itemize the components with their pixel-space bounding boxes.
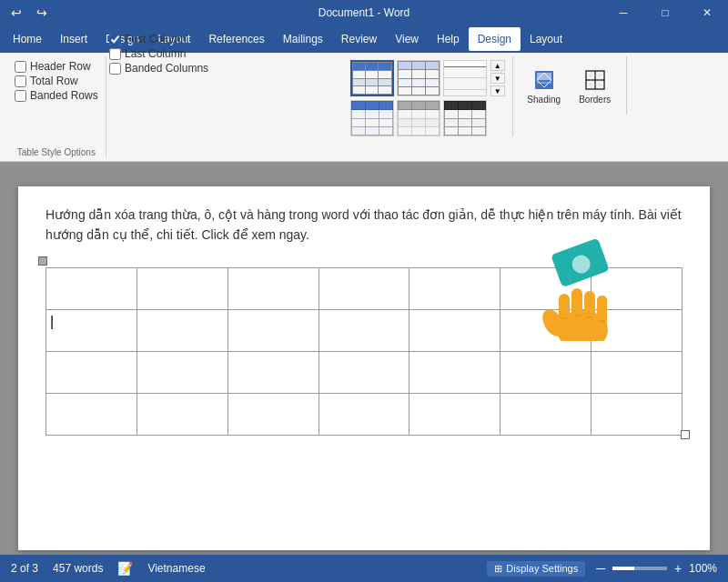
banded-columns-checkbox-row[interactable]: Banded Columns (109, 62, 208, 75)
table-cell-3-7[interactable] (592, 351, 682, 393)
header-row-checkbox[interactable] (15, 61, 26, 73)
redo-button[interactable]: ↪ (33, 4, 51, 22)
table-cell-4-3[interactable] (228, 393, 318, 435)
style-scroll-controls: ▲ ▼ ▼ (490, 56, 505, 96)
total-row-checkbox[interactable] (15, 75, 26, 87)
first-column-checkbox[interactable] (109, 34, 121, 45)
table-cell-1-5[interactable] (410, 267, 500, 309)
table-cell-1-7[interactable] (592, 267, 682, 309)
minimize-button[interactable]: ─ (602, 0, 644, 25)
zoom-level: 100% (689, 562, 717, 575)
table-cell-2-7[interactable] (592, 309, 682, 351)
ribbon-group-shading-borders: Shading Borders (513, 56, 627, 115)
table-style-options-content: Header Row Total Row Banded Rows (15, 56, 98, 102)
borders-button[interactable]: Borders (571, 60, 619, 111)
table-style-thumb-1[interactable] (350, 60, 394, 96)
menu-review[interactable]: Review (332, 27, 386, 51)
table-style-options-label: Table Style Options (15, 104, 98, 157)
banded-columns-checkbox[interactable] (109, 63, 121, 75)
table-container: | (46, 260, 682, 436)
shading-button[interactable]: Shading (521, 60, 568, 111)
document-table[interactable]: | (46, 267, 682, 436)
table-style-thumb-3[interactable] (443, 60, 487, 96)
total-row-label: Total Row (30, 75, 78, 87)
track-changes-icon[interactable]: 📝 (117, 561, 133, 576)
table-style-options-content2: First Column Last Column Banded Columns (109, 29, 208, 75)
total-row-checkbox-row[interactable]: Total Row (15, 75, 98, 87)
undo-button[interactable]: ↩ (7, 4, 25, 22)
header-row-checkbox-row[interactable]: Header Row (15, 60, 98, 73)
table-cell-1-1[interactable] (46, 267, 137, 309)
table-cell-1-2[interactable] (136, 267, 228, 309)
menu-layout-table[interactable]: Layout (521, 27, 571, 51)
table-cell-1-4[interactable] (318, 267, 410, 309)
maximize-button[interactable]: □ (644, 0, 686, 25)
word-count: 457 words (53, 562, 103, 575)
zoom-in-button[interactable]: + (671, 561, 685, 576)
table-style-thumb-4[interactable] (350, 100, 394, 136)
last-column-checkbox-row[interactable]: Last Column (109, 47, 208, 60)
menu-design-active[interactable]: Design (469, 27, 521, 51)
table-row-2: | (46, 309, 682, 351)
table-style-thumb-6[interactable] (443, 100, 487, 136)
table-cell-4-1[interactable] (46, 393, 137, 435)
table-move-handle[interactable] (38, 256, 47, 266)
style-thumbs-row1 (350, 60, 487, 96)
document-title: Document1 - Word (318, 6, 410, 19)
zoom-controls: ─ + 100% (592, 561, 717, 576)
first-column-checkbox-row[interactable]: First Column (109, 33, 208, 45)
menu-references[interactable]: References (199, 27, 273, 51)
zoom-slider[interactable] (612, 567, 667, 570)
table-cell-1-6[interactable] (500, 267, 592, 309)
table-cell-4-2[interactable] (136, 393, 228, 435)
banded-rows-checkbox-row[interactable]: Banded Rows (15, 89, 98, 102)
table-resize-handle[interactable] (681, 430, 690, 439)
table-cell-3-6[interactable] (500, 351, 592, 393)
banded-columns-label: Banded Columns (125, 62, 208, 75)
menu-view[interactable]: View (386, 27, 428, 51)
banded-rows-checkbox[interactable] (15, 90, 26, 102)
table-style-thumb-2[interactable] (397, 60, 440, 96)
zoom-out-button[interactable]: ─ (592, 561, 609, 576)
display-settings-button[interactable]: ⊞ Display Settings (487, 561, 585, 577)
page: Hướng dẫn xóa trang thừa, ô, cột và hàng… (18, 186, 710, 550)
status-bar: 2 of 3 457 words 📝 Vietnamese ⊞ Display … (0, 555, 728, 582)
table-styles-thumbnails (350, 56, 487, 136)
table-cell-2-3[interactable] (228, 309, 318, 351)
table-cell-2-2[interactable] (136, 309, 228, 351)
shading-label: Shading (527, 95, 561, 105)
table-cell-3-2[interactable] (136, 351, 228, 393)
table-cell-4-4[interactable] (318, 393, 410, 435)
table-cell-4-6[interactable] (500, 393, 592, 435)
table-cell-3-4[interactable] (318, 351, 410, 393)
table-cell-2-4[interactable] (318, 309, 410, 351)
style-thumbs-row2 (350, 100, 487, 136)
document-text: Hướng dẫn xóa trang thừa, ô, cột và hàng… (46, 205, 682, 246)
table-cell-2-6[interactable] (500, 309, 592, 351)
menu-insert[interactable]: Insert (51, 27, 96, 51)
table-style-thumb-5[interactable] (397, 100, 440, 136)
shading-icon (531, 67, 557, 93)
table-cell-4-7[interactable] (592, 393, 682, 435)
menu-home[interactable]: Home (4, 27, 51, 51)
table-row-1 (46, 267, 682, 309)
banded-rows-label: Banded Rows (30, 89, 98, 102)
menu-help[interactable]: Help (428, 27, 469, 51)
table-cell-2-1[interactable]: | (46, 309, 137, 351)
language[interactable]: Vietnamese (147, 562, 205, 575)
ribbon: Header Row Total Row Banded Rows First C… (0, 53, 728, 162)
last-column-checkbox[interactable] (109, 48, 121, 60)
table-cell-3-5[interactable] (410, 351, 500, 393)
header-row-label: Header Row (30, 60, 91, 73)
scroll-expand-button[interactable]: ▼ (490, 85, 505, 96)
scroll-up-button[interactable]: ▲ (490, 60, 505, 71)
ribbon-group-table-styles: ▲ ▼ ▼ Table Styles (343, 56, 513, 136)
close-button[interactable]: ✕ (686, 0, 728, 25)
menu-mailings[interactable]: Mailings (274, 27, 332, 51)
table-cell-3-1[interactable] (46, 351, 137, 393)
scroll-down-button[interactable]: ▼ (490, 73, 505, 84)
table-cell-1-3[interactable] (228, 267, 318, 309)
table-cell-4-5[interactable] (410, 393, 500, 435)
table-cell-2-5[interactable] (410, 309, 500, 351)
table-cell-3-3[interactable] (228, 351, 318, 393)
